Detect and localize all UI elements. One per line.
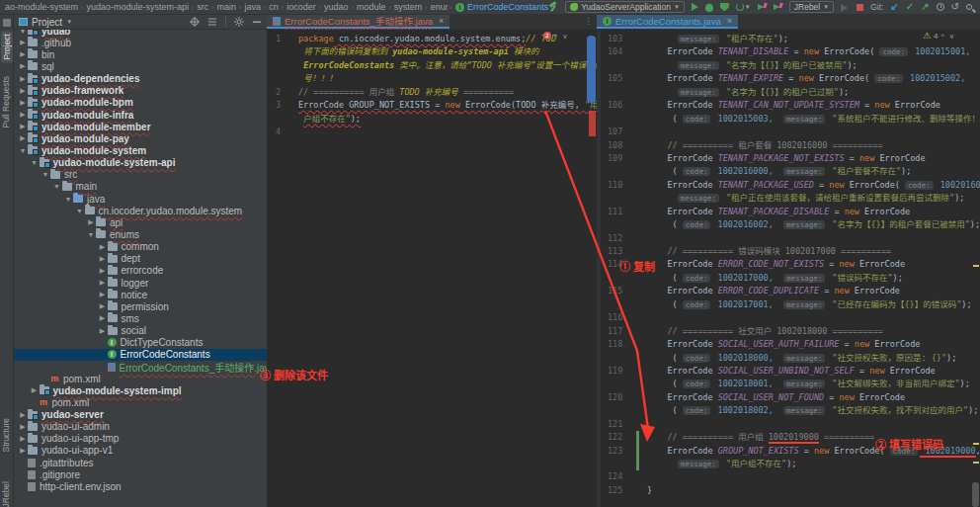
code-line[interactable]: 111 ErrorCode TENANT_PACKAGE_DISABLE = n… [601,206,980,218]
line-number[interactable] [601,352,626,365]
line-number[interactable] [267,59,281,72]
code-line[interactable]: 124 [601,470,980,483]
line-number[interactable]: 3 [267,99,281,112]
tree-chevron-icon[interactable]: ▶ [98,302,108,310]
locate-file-icon[interactable] [190,17,200,27]
jrebel-run-button[interactable] [758,3,767,12]
jrebel-selector[interactable]: JRebel ▼ [789,1,834,13]
line-number[interactable]: 120 [601,391,626,404]
tree-item-yudao[interactable]: ▼yudao [14,30,267,37]
tree-item-common[interactable]: ▶common [14,241,267,253]
git-push-icon[interactable]: ↗ [921,2,929,12]
line-number[interactable] [601,298,626,311]
breadcrumb-item[interactable]: iocoder [286,2,316,12]
tree-chevron-icon[interactable]: ▶ [30,386,40,394]
code-line[interactable]: message: "租户正在使用该套餐，请给租户重新设置套餐后再尝试删除"); [601,192,980,205]
tree-chevron-icon[interactable]: ▶ [86,218,96,226]
project-toolwindow-icon[interactable] [3,19,11,27]
close-icon[interactable]: × [727,16,732,26]
tree-chevron-icon[interactable]: ▶ [18,111,28,119]
tab-errorcodeconstants-manual[interactable]: ErrorCodeConstants_手动操作.java × [267,15,449,29]
line-number[interactable] [601,458,626,470]
line-number[interactable]: 115 [601,285,626,297]
tree-chevron-icon[interactable]: ▼ [30,159,40,166]
breadcrumb-item[interactable]: cn [269,2,279,12]
code-line[interactable]: message: "名字为【{}】的租户已过期"); [601,86,980,99]
git-commit-icon[interactable]: ✓ [906,2,914,12]
prev-error-icon[interactable]: ^ [554,33,559,40]
tab-errorcodeconstants[interactable]: I ErrorCodeConstants.java × [597,15,738,29]
tree-item-notice[interactable]: ▶notice [14,289,267,300]
code-line[interactable]: 121 [601,418,980,431]
line-number[interactable]: 122 [601,431,626,444]
code-line[interactable]: ( code: 1002017000, message: "错误码不存在"); [601,272,980,285]
build-hammer-icon[interactable] [548,2,558,12]
tree-chevron-icon[interactable]: ▶ [18,75,28,83]
code-line[interactable]: 119 ErrorCode SOCIAL_USER_UNBIND_NOT_SEL… [601,365,980,378]
tree-chevron-icon[interactable]: ▶ [18,87,28,95]
code-line[interactable]: 105 ErrorCode TENANT_EXPIRE = new ErrorC… [601,72,980,85]
tree-item-permission[interactable]: ▶permission [14,300,267,312]
split-handle[interactable]: ⋮ [584,15,597,29]
code-line[interactable]: 114 ErrorCode ERROR_CODE_NOT_EXISTS = ne… [601,258,980,271]
tree-item-yudao-module-system[interactable]: ▼yudao-module-system [14,144,267,156]
code-line[interactable]: 110 ErrorCode TENANT_PACKAGE_USED = new … [601,179,980,192]
stripe-project[interactable]: Project [1,31,13,62]
tree-item-yudao-module-system-impl[interactable]: ▶yudao-module-system-impl [14,384,267,396]
line-number[interactable]: 118 [601,338,626,351]
tree-item-yudao-framework[interactable]: ▶yudao-framework [14,85,267,97]
line-number[interactable]: 117 [601,325,626,338]
code-line[interactable]: ( code: 1002018000, message: "社交授权失败，原因是… [601,352,980,365]
code-line[interactable]: 将下面的错误码复制到 yudao-module-system-api 模块的 [267,45,597,58]
code-line[interactable]: 户组不存在"); [267,113,597,126]
tree-chevron-icon[interactable]: ▶ [18,123,28,130]
tree-item-api[interactable]: ▶api [14,216,267,228]
tree-item-cn-iocoder-yudao-module-system[interactable]: ▼cn.iocoder.yudao.module.system [14,205,267,216]
tree-item-logger[interactable]: ▶logger [14,277,267,289]
line-number[interactable] [601,86,626,99]
tree-item-sql[interactable]: ▶sql [14,60,267,72]
line-number[interactable]: 109 [601,152,626,165]
left-editor-scrollbar-thumb[interactable] [587,36,596,103]
right-inspection-widget[interactable]: ⚠ 4 ^ v [923,32,955,41]
tree-item-dicttypeconstants[interactable]: IDictTypeConstants [14,337,267,349]
tree-item-social[interactable]: ▶social [14,325,267,337]
line-number[interactable]: 111 [601,206,626,218]
tree-item--gitattributes[interactable]: .gitattributes [14,457,267,468]
code-line[interactable]: 125} [601,484,980,497]
tree-item-yudao-module-system-api[interactable]: ▼yudao-module-system-api [14,157,267,169]
stripe-jrebel[interactable]: JRebel [1,481,11,507]
line-number[interactable]: 121 [601,418,626,431]
hide-panel-icon[interactable] [252,17,262,27]
line-number[interactable]: 2 [267,86,281,99]
breadcrumb-item[interactable]: java [244,2,261,12]
tree-item-errorcodeconstants-java[interactable]: ErrorCodeConstants_手动操作.java [14,361,267,373]
code-line[interactable]: ErrorCodeConstants 类中。注意，请给“TODO 补充编号”设置… [267,59,597,72]
run-config-selector[interactable]: YudaoServerApplication ▼ [565,1,685,13]
tree-item-src[interactable]: ▼src [14,169,267,181]
code-line[interactable]: ( code: 1002015003, message: "系统租户不能进行修改… [601,113,980,126]
line-number[interactable]: 105 [601,72,626,85]
tree-chevron-icon[interactable]: ▶ [18,134,28,142]
line-number[interactable]: 116 [601,311,626,324]
tree-chevron-icon[interactable]: ▼ [41,171,50,178]
next-error-icon[interactable]: v [563,33,569,40]
tree-item-java[interactable]: ▼java [14,193,267,205]
line-number[interactable]: 110 [601,179,626,192]
search-icon[interactable] [966,4,972,10]
tree-item--github[interactable]: ▶.github [14,37,267,48]
tree-item-pom-xml[interactable]: mpom.xml [14,396,267,408]
tree-chevron-icon[interactable]: ▼ [18,147,28,154]
code-line[interactable]: 号！！！ [267,72,597,85]
project-panel-title[interactable]: Project [32,17,62,28]
code-line[interactable]: 107 [601,126,980,138]
line-number[interactable] [267,113,281,126]
tree-item-yudao-module-infra[interactable]: ▶yudao-module-infra [14,109,267,121]
left-inspection-widget[interactable]: 2 ^ v [543,32,569,40]
warning-stripe-mark[interactable] [973,462,979,464]
tree-chevron-icon[interactable]: ▶ [98,314,108,322]
tree-item-errorcode[interactable]: ▶errorcode [14,265,267,277]
left-editor[interactable]: 1package cn.iocoder.yudao.module.system.… [267,30,597,507]
tree-item-pom-xml[interactable]: mpom.xml [14,373,267,384]
breadcrumb-item[interactable]: module [357,2,386,12]
